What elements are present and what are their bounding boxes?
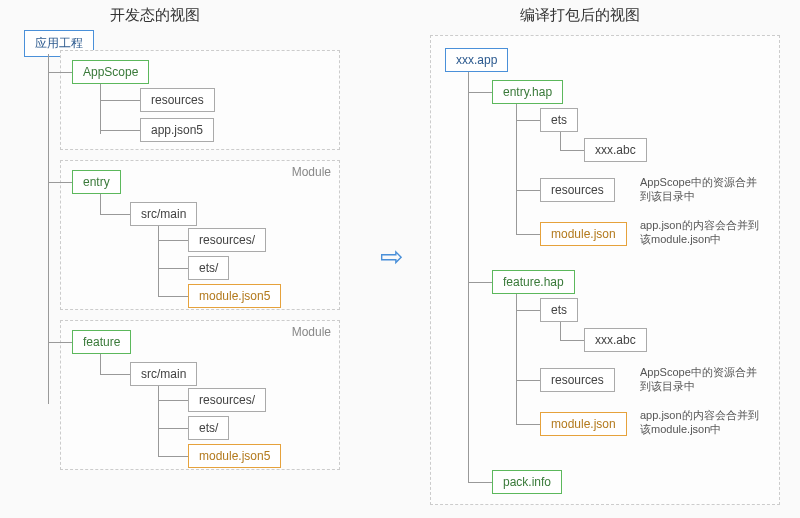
feature-ets: ets/ [188,416,229,440]
tree-line [560,132,561,150]
note-resources: AppScope中的资源合并到该目录中 [640,365,760,394]
tree-line [468,92,492,93]
tree-line [100,194,101,214]
tree-line [48,342,72,343]
tree-line [468,282,492,283]
feature-hap-abc: xxx.abc [584,328,647,352]
feature-hap-resources: resources [540,368,615,392]
tree-line [48,72,72,73]
tree-line [100,214,130,215]
entry-hap-ets: ets [540,108,578,132]
note-modulejson: app.json的内容会合并到该module.json中 [640,408,760,437]
tree-line [516,380,540,381]
feature-srcmain: src/main [130,362,197,386]
feature-hap-ets: ets [540,298,578,322]
appscope-node: AppScope [72,60,149,84]
tree-line [100,354,101,374]
tree-line [100,84,101,134]
tree-line [516,424,540,425]
entry-hap-abc: xxx.abc [584,138,647,162]
tree-line [560,150,584,151]
tree-line [158,456,188,457]
tree-line [100,130,140,131]
tree-line [100,374,130,375]
entry-srcmain: src/main [130,202,197,226]
tree-line [516,104,517,234]
left-title: 开发态的视图 [110,6,200,25]
tree-line [516,120,540,121]
feature-resources: resources/ [188,388,266,412]
feature-hap: feature.hap [492,270,575,294]
entry-hap-resources: resources [540,178,615,202]
tree-line [516,234,540,235]
tree-line [48,182,72,183]
tree-line [158,296,188,297]
appscope-appjson: app.json5 [140,118,214,142]
right-root: xxx.app [445,48,508,72]
entry-ets: ets/ [188,256,229,280]
tree-line [158,400,188,401]
entry-modulejson: module.json5 [188,284,281,308]
note-modulejson: app.json的内容会合并到该module.json中 [640,218,760,247]
tree-line [158,386,159,456]
feature-hap-modulejson: module.json [540,412,627,436]
tree-line [468,482,492,483]
tree-line [158,240,188,241]
entry-resources: resources/ [188,228,266,252]
feature-modulejson: module.json5 [188,444,281,468]
tree-line [516,190,540,191]
tree-line [158,268,188,269]
tree-line [158,428,188,429]
entry-node: entry [72,170,121,194]
tree-line [48,54,49,404]
tree-line [560,322,561,340]
tree-line [516,294,517,424]
tree-line [560,340,584,341]
tree-line [158,226,159,296]
module-label: Module [292,165,331,179]
feature-node: feature [72,330,131,354]
entry-hap: entry.hap [492,80,563,104]
tree-line [100,100,140,101]
appscope-resources: resources [140,88,215,112]
right-title: 编译打包后的视图 [520,6,640,25]
tree-line [516,310,540,311]
tree-line [468,72,469,482]
arrow-icon: ⇨ [380,240,403,273]
entry-hap-modulejson: module.json [540,222,627,246]
note-resources: AppScope中的资源合并到该目录中 [640,175,760,204]
pack-info: pack.info [492,470,562,494]
module-label: Module [292,325,331,339]
